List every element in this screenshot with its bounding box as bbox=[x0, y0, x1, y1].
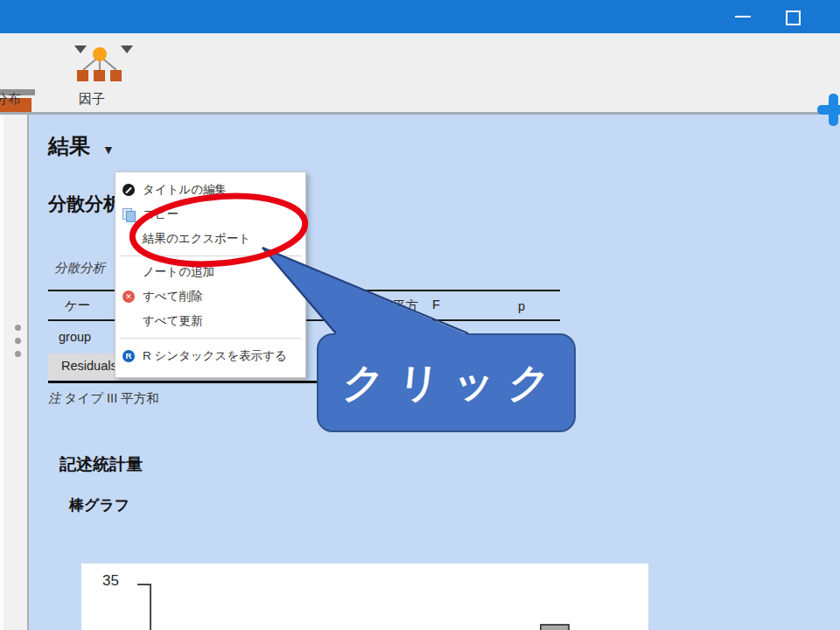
factor-icon bbox=[75, 44, 124, 84]
menu-item-label: 結果のエクスポート bbox=[143, 231, 250, 247]
table-note: 注 タイプ III 平方和 bbox=[48, 390, 159, 407]
menu-item-label: すべて更新 bbox=[143, 313, 202, 329]
maximize-icon[interactable] bbox=[786, 10, 801, 25]
menu-item-copy[interactable]: コピー bbox=[116, 202, 305, 227]
menu-item-edit-title[interactable]: タイトルの編集 bbox=[116, 178, 305, 202]
descriptives-heading[interactable]: 記述統計量 bbox=[60, 453, 143, 476]
click-callout: クリック bbox=[317, 333, 576, 432]
barplot-heading[interactable]: 棒グラフ bbox=[69, 495, 130, 515]
menu-separator bbox=[120, 256, 301, 256]
table-note-text: タイプ III 平方和 bbox=[65, 391, 159, 405]
table-col-header-p: p bbox=[518, 299, 525, 313]
splitter-handle[interactable] bbox=[4, 115, 29, 630]
menu-item-label: ノートの追加 bbox=[143, 264, 214, 280]
menu-item-label: タイトルの編集 bbox=[143, 182, 227, 198]
splitter-dot bbox=[15, 325, 21, 331]
menu-item-delete-all[interactable]: ✕ すべて削除 bbox=[116, 284, 305, 309]
menu-item-update-all[interactable]: すべて更新 bbox=[116, 309, 305, 333]
table-row-residuals: Residuals bbox=[61, 359, 117, 373]
toolbar: 分布 因子 bbox=[0, 33, 840, 115]
plot-bar-fragment bbox=[540, 624, 570, 630]
table-col-header-f: F bbox=[432, 298, 440, 312]
menu-item-show-r-syntax[interactable]: R R シンタックスを表示する bbox=[116, 342, 305, 370]
plot-tick-mark bbox=[137, 584, 150, 585]
title-bar bbox=[0, 0, 840, 33]
toolbar-item-label: 分布 bbox=[0, 91, 21, 108]
chevron-down-icon[interactable] bbox=[121, 46, 133, 53]
plot-y-tick-label: 35 bbox=[102, 572, 119, 590]
table-col-header: ケー bbox=[65, 298, 90, 314]
splitter-dot bbox=[15, 351, 21, 357]
r-syntax-icon: R bbox=[122, 350, 143, 362]
delete-icon: ✕ bbox=[122, 290, 143, 303]
splitter-dot bbox=[15, 338, 21, 344]
minimize-icon[interactable] bbox=[735, 16, 751, 18]
menu-item-label: コピー bbox=[143, 206, 178, 222]
menu-item-export-results[interactable]: 結果のエクスポート bbox=[116, 227, 305, 251]
app-window: 分布 因子 結果 ▼ 分散分析 bbox=[0, 0, 840, 630]
table-note-prefix: 注 bbox=[48, 391, 61, 405]
plot-y-axis bbox=[150, 584, 151, 630]
menu-item-label: すべて削除 bbox=[143, 289, 202, 304]
menu-separator bbox=[120, 338, 301, 339]
results-title[interactable]: 結果 bbox=[48, 132, 90, 160]
bar-plot[interactable]: 35 bbox=[81, 564, 648, 630]
edit-icon bbox=[122, 184, 143, 196]
toolbar-item-label: 因子 bbox=[79, 91, 105, 108]
table-col-header-meansq: 平均平方 bbox=[368, 298, 418, 314]
copy-icon bbox=[122, 208, 143, 220]
menu-item-add-note[interactable]: ノートの追加 bbox=[116, 260, 305, 284]
results-context-menu: タイトルの編集 コピー 結果のエクスポート ノートの追加 ✕ すべて削除 すべて… bbox=[115, 172, 306, 378]
click-callout-text: クリック bbox=[326, 356, 567, 410]
anova-table-caption: 分散分析 bbox=[54, 260, 105, 276]
table-row-group: group bbox=[59, 330, 91, 344]
plus-icon-bar bbox=[817, 105, 840, 115]
results-title-caret-icon[interactable]: ▼ bbox=[102, 143, 115, 157]
anova-heading[interactable]: 分散分析 bbox=[48, 192, 122, 216]
menu-item-label: R シンタックスを表示する bbox=[143, 348, 287, 364]
